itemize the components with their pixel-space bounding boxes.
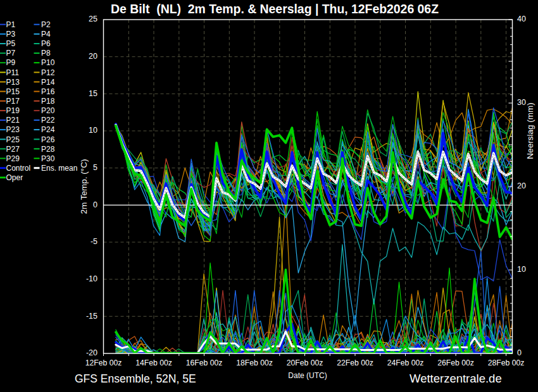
svg-text:De Bilt (NL) 2m Temp. & Neer: De Bilt (NL) 2m Temp. & Neerslag | Thu, … — [111, 2, 439, 16]
svg-text:10: 10 — [89, 126, 97, 135]
svg-text:5: 5 — [93, 163, 97, 172]
svg-text:P12: P12 — [41, 68, 55, 77]
svg-text:Oper: Oper — [6, 173, 23, 182]
svg-text:2m Temp. (°C): 2m Temp. (°C) — [79, 159, 89, 214]
svg-text:P26: P26 — [41, 135, 55, 144]
svg-text:P13: P13 — [6, 78, 20, 87]
svg-text:0: 0 — [93, 200, 97, 209]
svg-text:P14: P14 — [41, 78, 55, 87]
svg-text:-15: -15 — [86, 312, 97, 321]
svg-text:30: 30 — [517, 98, 526, 107]
svg-text:18Feb 00z: 18Feb 00z — [236, 358, 273, 367]
svg-text:P7: P7 — [6, 49, 16, 58]
svg-text:P28: P28 — [41, 145, 55, 154]
svg-text:P21: P21 — [6, 116, 20, 125]
svg-text:GFS Ensemble, 52N, 5E: GFS Ensemble, 52N, 5E — [75, 372, 196, 385]
svg-text:P25: P25 — [6, 135, 20, 144]
svg-text:Date (UTC): Date (UTC) — [288, 371, 327, 380]
svg-text:22Feb 00z: 22Feb 00z — [337, 358, 373, 367]
svg-text:P4: P4 — [41, 30, 51, 39]
svg-text:28Feb 00z: 28Feb 00z — [488, 358, 525, 367]
svg-text:P15: P15 — [6, 87, 20, 96]
svg-text:14Feb 00z: 14Feb 00z — [135, 358, 172, 367]
svg-text:P8: P8 — [41, 49, 51, 58]
svg-text:P3: P3 — [6, 30, 16, 39]
svg-text:P29: P29 — [6, 154, 20, 163]
svg-text:10: 10 — [517, 265, 526, 274]
svg-text:P16: P16 — [41, 87, 55, 96]
svg-text:12Feb 00z: 12Feb 00z — [85, 358, 122, 367]
svg-text:P10: P10 — [41, 58, 55, 67]
svg-text:Control: Control — [6, 164, 31, 173]
svg-text:P24: P24 — [41, 125, 55, 134]
svg-text:P9: P9 — [6, 58, 16, 67]
svg-text:-5: -5 — [91, 237, 97, 246]
svg-text:Neerslag (mm): Neerslag (mm) — [525, 102, 535, 159]
svg-text:P30: P30 — [41, 154, 55, 163]
svg-text:16Feb 00z: 16Feb 00z — [186, 358, 223, 367]
svg-text:Wetterzentrale.de: Wetterzentrale.de — [410, 372, 502, 385]
svg-text:P6: P6 — [41, 39, 51, 48]
svg-text:P22: P22 — [41, 116, 55, 125]
svg-text:P20: P20 — [41, 106, 55, 115]
svg-text:P2: P2 — [41, 20, 51, 29]
svg-text:P23: P23 — [6, 125, 20, 134]
svg-text:-20: -20 — [86, 348, 97, 357]
svg-text:20: 20 — [517, 181, 526, 190]
svg-text:24Feb 00z: 24Feb 00z — [387, 358, 424, 367]
svg-text:P19: P19 — [6, 106, 20, 115]
svg-text:0: 0 — [517, 348, 522, 357]
svg-text:P5: P5 — [6, 39, 16, 48]
svg-text:20: 20 — [89, 52, 97, 61]
svg-text:-10: -10 — [86, 274, 97, 283]
svg-text:P17: P17 — [6, 97, 20, 106]
svg-text:26Feb 00z: 26Feb 00z — [437, 358, 474, 367]
svg-text:40: 40 — [517, 15, 526, 23]
svg-text:15: 15 — [89, 89, 97, 98]
svg-text:P27: P27 — [6, 145, 20, 154]
svg-text:P18: P18 — [41, 97, 55, 106]
svg-text:P11: P11 — [6, 68, 20, 77]
svg-text:20Feb 00z: 20Feb 00z — [287, 358, 323, 367]
svg-text:P1: P1 — [6, 20, 16, 29]
svg-text:Ens. mean: Ens. mean — [41, 164, 77, 173]
svg-text:25: 25 — [89, 15, 97, 23]
